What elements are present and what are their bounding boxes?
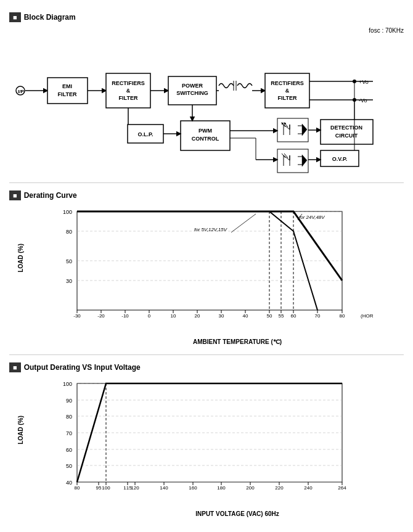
- svg-text:50: 50: [267, 313, 272, 319]
- svg-text:100: 100: [63, 381, 72, 387]
- svg-text:PWM: PWM: [198, 128, 212, 134]
- svg-text:60: 60: [291, 313, 296, 319]
- output-x-axis-label: INPUT VOLTAGE (VAC) 60Hz: [77, 510, 398, 517]
- svg-text:30: 30: [219, 313, 224, 319]
- output-derating-container: LOAD (%) 100 90 80 70 60 50 40 80 95 100…: [15, 377, 398, 517]
- svg-text:40: 40: [66, 480, 72, 486]
- svg-text:264: 264: [338, 485, 346, 491]
- derating-curve-header: ■ Derating Curve: [9, 190, 404, 200]
- output-derating-title: Output Derating VS Input Voltage: [24, 363, 141, 372]
- svg-text:FILTER: FILTER: [58, 91, 77, 97]
- svg-text:70: 70: [66, 430, 72, 436]
- svg-text:40: 40: [243, 313, 248, 319]
- svg-text:EMI: EMI: [62, 83, 72, 89]
- svg-rect-3: [47, 78, 88, 104]
- svg-text:&: &: [126, 88, 131, 94]
- divider-2: [9, 354, 404, 355]
- block-diagram-container: fosc : 70KHz I/P EMI FILTER RECTIFIERS &…: [9, 27, 404, 175]
- svg-text:SWITCHING: SWITCHING: [176, 90, 208, 96]
- svg-text:200: 200: [246, 485, 255, 491]
- svg-text:for 5V,12V,15V: for 5V,12V,15V: [194, 227, 227, 232]
- svg-text:20: 20: [195, 313, 200, 319]
- svg-text:80: 80: [75, 485, 80, 491]
- svg-text:180: 180: [217, 485, 226, 491]
- svg-rect-29: [321, 120, 373, 144]
- svg-text:+Vo: +Vo: [359, 79, 369, 85]
- svg-text:FILTER: FILTER: [278, 95, 297, 101]
- svg-text:for 24V,48V: for 24V,48V: [299, 215, 325, 220]
- svg-text:POWER: POWER: [182, 83, 203, 89]
- svg-text:RECTIFIERS: RECTIFIERS: [112, 80, 145, 86]
- header-icon-derating: ■: [9, 190, 21, 200]
- svg-text:-20: -20: [97, 313, 105, 319]
- derating-curve-container: LOAD (%) 100 80 50 30 -30 -20 -10 0 10 2…: [15, 205, 398, 345]
- svg-text:I/P: I/P: [18, 89, 24, 94]
- svg-text:30: 30: [66, 278, 72, 284]
- svg-text:(HORIZONTAL): (HORIZONTAL): [361, 313, 373, 319]
- svg-text:140: 140: [160, 485, 168, 491]
- svg-text:DETECTION: DETECTION: [330, 125, 362, 131]
- output-y-axis-label: LOAD (%): [17, 415, 24, 444]
- svg-text:50: 50: [66, 463, 72, 469]
- svg-text:O.V.P.: O.V.P.: [332, 156, 348, 162]
- svg-text:240: 240: [304, 485, 313, 491]
- svg-text:80: 80: [66, 414, 72, 420]
- derating-y-axis-label: LOAD (%): [17, 243, 24, 272]
- svg-text:160: 160: [189, 485, 197, 491]
- svg-text:70: 70: [315, 313, 321, 319]
- svg-text:O.L.P.: O.L.P.: [138, 131, 153, 137]
- block-diagram-title: Block Diagram: [24, 13, 76, 22]
- divider-1: [9, 182, 404, 183]
- derating-curve-svg: 100 80 50 30 -30 -20 -10 0 10 20 30 40 5…: [46, 205, 373, 335]
- svg-text:220: 220: [275, 485, 284, 491]
- svg-text:&: &: [285, 88, 290, 94]
- derating-x-axis-label: AMBIENT TEMPERATURE (℃): [77, 338, 398, 345]
- svg-text:80: 80: [66, 229, 72, 235]
- svg-text:RECTIFIERS: RECTIFIERS: [271, 80, 304, 86]
- svg-text:-30: -30: [73, 313, 81, 319]
- svg-text:95: 95: [96, 485, 102, 491]
- svg-text:50: 50: [66, 258, 72, 264]
- derating-curve-title: Derating Curve: [24, 191, 77, 200]
- svg-text:120: 120: [131, 485, 139, 491]
- output-derating-header: ■ Output Derating VS Input Voltage: [9, 362, 404, 372]
- svg-text:100: 100: [102, 485, 110, 491]
- block-diagram-header: ■ Block Diagram: [9, 12, 404, 22]
- svg-text:-Vo: -Vo: [359, 97, 367, 104]
- header-icon-output: ■: [9, 362, 21, 372]
- svg-text:-10: -10: [121, 313, 129, 319]
- svg-text:55: 55: [279, 313, 284, 319]
- header-icon-block: ■: [9, 12, 21, 22]
- svg-text:100: 100: [63, 209, 72, 215]
- svg-text:80: 80: [340, 313, 345, 319]
- svg-text:90: 90: [66, 398, 72, 404]
- svg-text:CONTROL: CONTROL: [192, 136, 219, 142]
- svg-text:60: 60: [66, 447, 72, 453]
- svg-text:10: 10: [171, 313, 176, 319]
- block-diagram-svg: I/P EMI FILTER RECTIFIERS & FILTER POWER…: [9, 27, 404, 175]
- svg-text:0: 0: [148, 313, 151, 319]
- svg-text:FILTER: FILTER: [119, 95, 138, 101]
- output-derating-svg: 100 90 80 70 60 50 40 80 95 100 115 120 …: [46, 377, 373, 507]
